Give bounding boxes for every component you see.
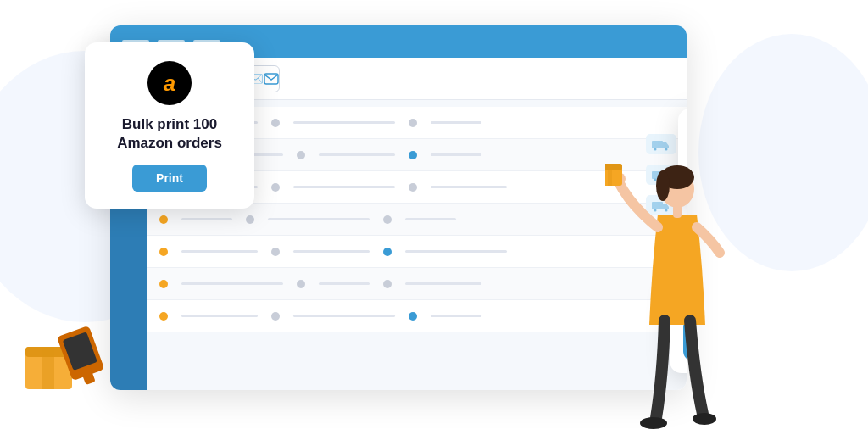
row-line	[431, 315, 481, 317]
row-dot	[409, 183, 417, 192]
svg-rect-2	[42, 347, 54, 389]
row-dot	[271, 119, 280, 127]
amazon-letter: a	[164, 70, 175, 97]
row-dot	[297, 151, 305, 159]
mini-truck-1	[646, 134, 676, 154]
row-line	[293, 121, 395, 124]
svg-point-32	[656, 170, 670, 201]
row-line	[181, 315, 258, 317]
decor-boxes	[17, 313, 119, 410]
row-line	[431, 153, 481, 156]
print-button[interactable]: Print	[132, 165, 207, 192]
row-dot	[409, 151, 417, 159]
row-dot	[159, 312, 168, 321]
row-line	[293, 250, 370, 253]
scene: Ship orders Manage Returns	[0, 0, 868, 435]
svg-rect-15	[652, 141, 663, 148]
row-dot	[383, 215, 392, 224]
row-dot	[159, 215, 168, 224]
svg-point-39	[693, 413, 716, 425]
svg-point-38	[640, 417, 667, 429]
popup-print-title: Bulk print 100 Amazon orders	[102, 115, 237, 153]
row-line	[293, 186, 395, 188]
row-dot	[271, 183, 280, 192]
row-line	[181, 218, 232, 220]
row-line	[405, 250, 507, 253]
row-line	[181, 282, 283, 285]
row-dot	[383, 248, 392, 256]
svg-rect-37	[608, 164, 612, 186]
row-dot	[409, 119, 417, 127]
row-dot	[271, 312, 280, 321]
svg-point-16	[654, 148, 657, 151]
row-line	[181, 250, 258, 253]
svg-rect-14	[264, 74, 278, 84]
row-dot	[297, 280, 305, 288]
row-line	[293, 315, 395, 317]
person-figure	[605, 155, 741, 435]
row-dot	[271, 248, 280, 256]
row-line	[268, 218, 370, 220]
row-line	[405, 218, 456, 220]
row-dot	[383, 280, 392, 288]
row-dot	[246, 215, 254, 224]
svg-point-17	[665, 148, 668, 151]
amazon-logo: a	[147, 61, 192, 105]
row-dot	[159, 280, 168, 288]
row-line	[431, 186, 507, 188]
row-dot	[409, 312, 417, 321]
row-dot	[159, 248, 168, 256]
row-line	[319, 282, 370, 285]
row-line	[431, 121, 481, 124]
row-line	[405, 282, 481, 285]
row-line	[319, 153, 395, 156]
popup-print: a Bulk print 100 Amazon orders Print	[85, 42, 254, 209]
svg-rect-33	[673, 204, 682, 218]
